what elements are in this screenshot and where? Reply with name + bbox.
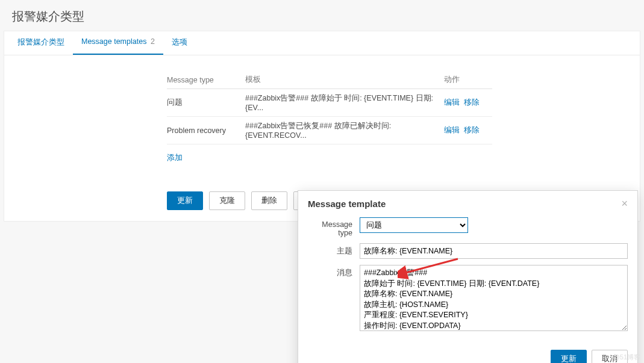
tab-message-templates-label: Message templates	[81, 37, 146, 46]
th-template: 模板	[245, 71, 444, 89]
content-area: Message type 模板 动作 问题 ###Zabbix告警### 故障始…	[4, 55, 640, 181]
page-title: 报警媒介类型	[0, 0, 644, 31]
table-row: 问题 ###Zabbix告警### 故障始于 时间: {EVENT.TIME} …	[167, 89, 492, 117]
templates-table: Message type 模板 动作 问题 ###Zabbix告警### 故障始…	[167, 71, 492, 167]
message-textarea[interactable]	[360, 265, 628, 331]
watermark: @51博客	[613, 353, 640, 362]
modal-body: Message type 问题 主题 消息	[298, 214, 637, 345]
table-row: Problem recovery ###Zabbix告警已恢复### 故障已解决…	[167, 117, 492, 144]
cell-type: 问题	[167, 89, 245, 117]
tab-message-templates-count: 2	[151, 37, 155, 46]
label-message: 消息	[308, 265, 360, 278]
remove-link[interactable]: 移除	[464, 126, 480, 134]
cell-template: ###Zabbix告警已恢复### 故障已解决时间: {EVENT.RECOV.…	[245, 117, 444, 144]
table-row: 添加	[167, 144, 492, 168]
modal-update-button[interactable]: 更新	[551, 350, 587, 363]
th-type: Message type	[167, 71, 245, 89]
tab-media-type[interactable]: 报警媒介类型	[9, 31, 73, 55]
delete-button[interactable]: 删除	[251, 191, 287, 210]
remove-link[interactable]: 移除	[464, 98, 480, 107]
cell-actions: 编辑 移除	[444, 117, 492, 144]
label-subject: 主题	[308, 243, 360, 256]
update-button[interactable]: 更新	[167, 191, 203, 210]
cell-type: Problem recovery	[167, 117, 245, 144]
cell-actions: 编辑 移除	[444, 89, 492, 117]
modal-title: Message template	[308, 199, 386, 209]
add-link[interactable]: 添加	[167, 149, 183, 163]
close-icon[interactable]: ×	[621, 198, 628, 209]
edit-link[interactable]: 编辑	[444, 98, 460, 107]
clone-button[interactable]: 克隆	[209, 191, 245, 210]
modal-footer: 更新 取消	[298, 345, 637, 363]
modal-header: Message template ×	[298, 191, 637, 214]
subject-input[interactable]	[360, 243, 628, 259]
tabs: 报警媒介类型 Message templates 2 选项	[4, 31, 640, 55]
tab-options[interactable]: 选项	[163, 31, 196, 55]
th-actions: 动作	[444, 71, 492, 89]
edit-link[interactable]: 编辑	[444, 126, 460, 134]
cell-template: ###Zabbix告警### 故障始于 时间: {EVENT.TIME} 日期:…	[245, 89, 444, 117]
label-message-type: Message type	[308, 217, 360, 237]
message-template-modal: Message template × Message type 问题 主题 消息…	[298, 190, 638, 363]
message-type-select[interactable]: 问题	[360, 217, 468, 233]
tab-message-templates[interactable]: Message templates 2	[73, 31, 163, 55]
